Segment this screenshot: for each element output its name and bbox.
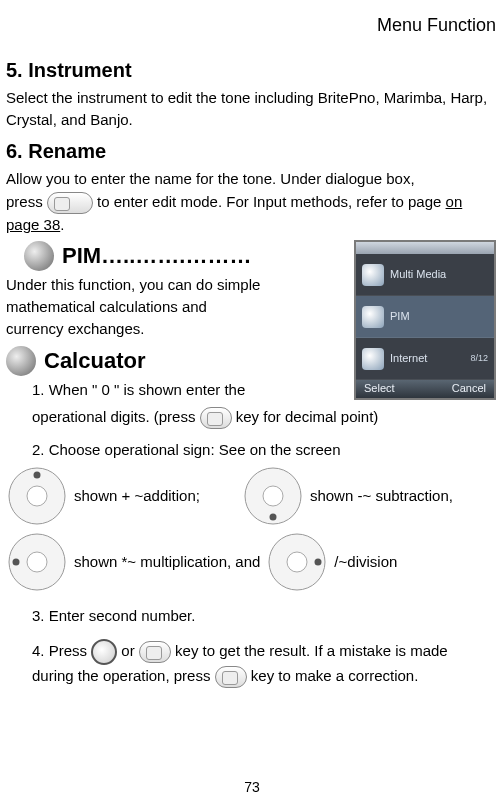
calc-s4b: or xyxy=(121,642,139,659)
calc-step2: 2. Choose operational sign: See on the s… xyxy=(32,439,492,461)
pim-heading-icon xyxy=(24,241,54,271)
screenshot-row-count: 8/12 xyxy=(470,352,488,365)
svg-point-11 xyxy=(315,558,322,565)
section-header: Menu Function xyxy=(6,12,498,38)
screenshot-row: PIM xyxy=(356,296,494,338)
rename-line2b: to enter edit mode. For Input methods, r… xyxy=(97,193,446,210)
calc-step4: 4. Press or key to get the result. If a … xyxy=(32,639,492,688)
rename-line2c: . xyxy=(60,216,64,233)
calc-step1a: 1. When " 0 " is shown enter the xyxy=(32,379,302,401)
right-softkey-icon xyxy=(215,666,247,688)
op-sub-text: shown -~ subtraction, xyxy=(310,485,453,507)
internet-icon xyxy=(362,348,384,370)
calc-s4d: key to make a correction. xyxy=(251,667,419,684)
ok-key-icon xyxy=(91,639,117,665)
rename-line2: press to enter edit mode. For Input meth… xyxy=(6,191,498,236)
svg-point-8 xyxy=(13,558,20,565)
dpad-left-icon xyxy=(6,531,68,593)
softkey-right: Cancel xyxy=(452,381,486,397)
hash-key-icon xyxy=(200,407,232,429)
calculator-heading-icon xyxy=(6,346,36,376)
screenshot-menu: Multi Media PIM Internet 8/12 xyxy=(356,254,494,380)
svg-point-4 xyxy=(263,486,283,506)
softkey-icon xyxy=(47,192,93,214)
op-add-text: shown + ~addition; xyxy=(74,485,200,507)
calculator-title: Calcuator xyxy=(44,345,145,377)
op-mul-text: shown *~ multiplication, and xyxy=(74,551,260,573)
calc-op-row1: shown + ~addition; shown -~ subtraction, xyxy=(6,465,498,527)
heading-calculator: Calcuator xyxy=(6,345,344,377)
phone-screenshot: Multi Media PIM Internet 8/12 Select Can… xyxy=(354,240,496,400)
pim-icon xyxy=(362,306,384,328)
op-div-text: /~division xyxy=(334,551,397,573)
instrument-body: Select the instrument to edit the tone i… xyxy=(6,87,498,131)
calc-step3: 3. Enter second number. xyxy=(32,605,492,627)
pim-title: PIM…..…….……… xyxy=(62,240,251,272)
svg-point-5 xyxy=(269,513,276,520)
svg-point-7 xyxy=(27,552,47,572)
pim-body: Under this function, you can do simple m… xyxy=(6,274,266,339)
dpad-up-icon xyxy=(6,465,68,527)
heading-pim: PIM…..…….……… xyxy=(24,240,344,272)
screenshot-row-label: PIM xyxy=(390,309,410,325)
screenshot-row-label: Internet xyxy=(390,351,427,367)
calc-s4a: 4. Press xyxy=(32,642,91,659)
heading-instrument: 5. Instrument xyxy=(6,56,498,85)
calc-step1b: operational digits. (press key for decim… xyxy=(32,406,492,429)
calc-s1c: key for decimal point) xyxy=(236,408,379,425)
screenshot-row: Multi Media xyxy=(356,254,494,296)
left-softkey-icon xyxy=(139,641,171,663)
dpad-down-icon xyxy=(242,465,304,527)
calc-s1b: operational digits. (press xyxy=(32,408,200,425)
page-number: 73 xyxy=(0,777,504,797)
svg-point-2 xyxy=(34,471,41,478)
screenshot-row: Internet 8/12 xyxy=(356,338,494,380)
dpad-right-icon xyxy=(266,531,328,593)
svg-point-1 xyxy=(27,486,47,506)
rename-line2a: press xyxy=(6,193,47,210)
screenshot-softkeys: Select Cancel xyxy=(356,380,494,398)
screenshot-row-label: Multi Media xyxy=(390,267,446,283)
heading-rename: 6. Rename xyxy=(6,137,498,166)
softkey-left: Select xyxy=(364,381,395,397)
calc-op-row2: shown *~ multiplication, and /~division xyxy=(6,531,498,593)
multimedia-icon xyxy=(362,264,384,286)
screenshot-statusbar xyxy=(356,242,494,254)
rename-line1: Allow you to enter the name for the tone… xyxy=(6,168,498,190)
svg-point-10 xyxy=(287,552,307,572)
